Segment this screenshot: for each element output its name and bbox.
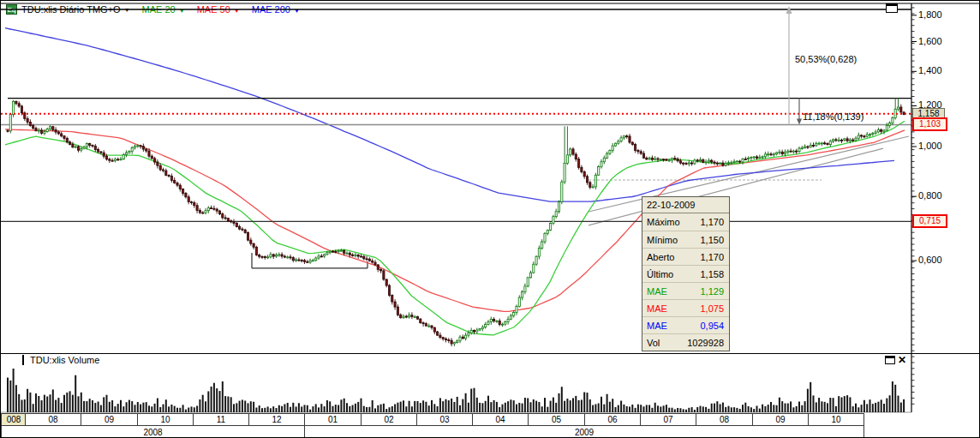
projection-label: 50,53%(0,628)	[795, 54, 857, 64]
tooltip-row-value: 1,170	[700, 213, 724, 231]
x-axis-month-cell: 04	[472, 413, 529, 426]
tooltip-row-value: 1,158	[700, 266, 724, 282]
x-axis-month-cell: 03	[416, 413, 473, 426]
x-axis-month-cell: 12	[248, 413, 305, 426]
tooltip-row: Aberto1,170	[642, 248, 729, 265]
tooltip-row: Máximo1,170	[642, 213, 729, 231]
close-icon[interactable]: ✕	[898, 354, 906, 366]
chart-window: Eq TDU:xlis Diário TMG+O ▼ MAE 20▼MAE 50…	[0, 0, 980, 438]
tooltip-row-label: Máximo	[647, 213, 680, 231]
tooltip-row-label: MAE	[647, 317, 667, 333]
tooltip-row: MAE1,129	[642, 282, 729, 299]
retracement-label: 11,18%(0,139)	[803, 111, 863, 122]
tooltip-row-label: MAE	[647, 283, 667, 299]
price-axis-label: 1,800	[918, 9, 942, 20]
price-axis-label: 1,600	[918, 36, 942, 46]
data-tooltip: 22-10-2009 Máximo1,170Mínimo1,150Aberto1…	[642, 196, 730, 351]
x-axis-partial-year: 008	[1, 413, 27, 426]
tooltip-row: MAE0,954	[642, 316, 729, 333]
tooltip-row-value: 1,150	[700, 231, 724, 248]
x-axis-month-cell: 01	[304, 413, 362, 426]
tooltip-row-value: 1,129	[700, 283, 724, 299]
restore-icon[interactable]	[885, 356, 895, 364]
x-axis-month-cell: 08	[696, 413, 753, 426]
tooltip-row: Último1,158	[642, 265, 729, 282]
tooltip-row: Mínimo1,150	[642, 231, 729, 248]
tooltip-date: 22-10-2009	[642, 197, 729, 213]
x-axis-month-cell: 02	[361, 413, 417, 426]
tooltip-row-label: Mínimo	[647, 231, 678, 248]
x-axis: 008 080910111201020304050607080910 20082…	[1, 413, 980, 438]
x-axis-month-cell: 05	[528, 413, 585, 426]
maximize-icon[interactable]	[886, 3, 898, 13]
alert-price-marker[interactable]: 0,715	[912, 214, 947, 228]
tooltip-row: MAE1,075	[642, 299, 729, 316]
tooltip-row: Vol1029928	[642, 333, 729, 351]
tooltip-row-value: 1,170	[700, 249, 724, 265]
x-axis-year-cell: 2009	[304, 425, 864, 438]
x-axis-month-cell: 06	[584, 413, 641, 426]
x-axis-month-cell: 07	[640, 413, 696, 426]
alert-price-marker[interactable]: 1,103	[912, 117, 947, 131]
x-axis-month-cell: 11	[193, 413, 249, 426]
x-axis-month-cell: 09	[81, 413, 138, 426]
volume-panel-title: TDU:xlis Volume	[30, 355, 99, 365]
tooltip-row-label: MAE	[647, 300, 667, 316]
volume-panel-header: TDU:xlis Volume ✕	[1, 354, 980, 367]
tooltip-row-value: 1,075	[700, 300, 724, 316]
x-axis-month-cell: 09	[752, 413, 809, 426]
x-axis-month-cell: 10	[137, 413, 194, 426]
tooltip-row-value: 0,954	[700, 317, 724, 333]
price-axis-label: 0,800	[918, 190, 942, 201]
tooltip-rows: Máximo1,170Mínimo1,150Aberto1,170Último1…	[642, 213, 729, 351]
tooltip-row-label: Último	[647, 266, 673, 282]
x-axis-month-cell: 10	[808, 413, 864, 426]
x-axis-year-cell: 2008	[1, 425, 305, 438]
panel-grip[interactable]	[22, 355, 24, 365]
tooltip-row-value: 1029928	[687, 334, 724, 351]
price-axis-label: 1,400	[918, 65, 942, 75]
price-axis-label: 1,000	[918, 141, 942, 151]
tooltip-row-label: Vol	[647, 334, 660, 351]
price-chart-canvas[interactable]	[1, 1, 980, 438]
tooltip-row-label: Aberto	[647, 249, 674, 265]
price-axis-label: 0,600	[918, 255, 942, 265]
x-axis-month-cell: 08	[25, 413, 81, 426]
